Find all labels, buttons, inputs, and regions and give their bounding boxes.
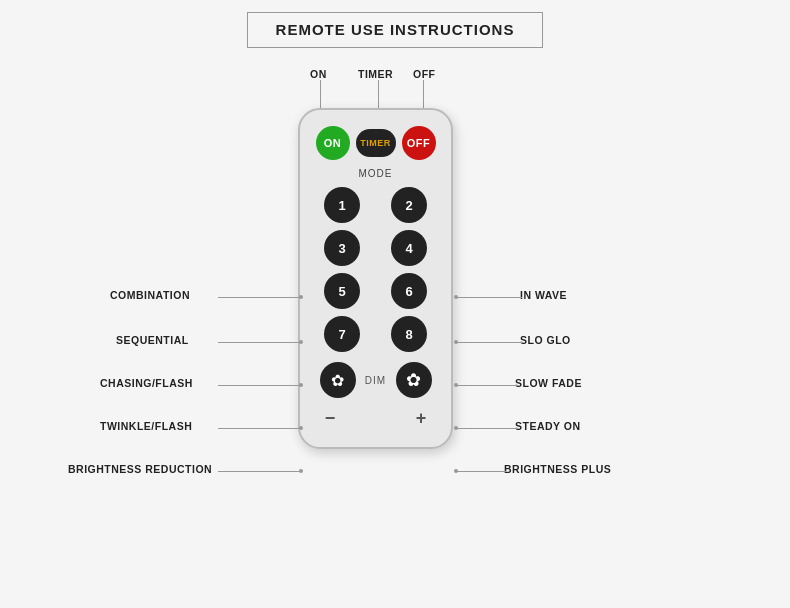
- top-label-off: OFF: [413, 68, 436, 80]
- title-section: REMOTE USE INSTRUCTIONS: [247, 12, 544, 48]
- dot-brightness-plus: [454, 469, 458, 473]
- dot-slow-fade: [454, 383, 458, 387]
- dot-brightness-reduction: [299, 469, 303, 473]
- minus-button[interactable]: −: [325, 408, 336, 429]
- timer-button[interactable]: TIMER: [356, 129, 396, 157]
- label-slo-glo: SLO GLO: [520, 334, 571, 346]
- num-2-button[interactable]: 2: [391, 187, 427, 223]
- label-combination: COMBINATION: [110, 289, 190, 301]
- line-slo-glo-h: [456, 342, 522, 343]
- dot-slo-glo: [454, 340, 458, 344]
- main-area: ON TIMER OFF ON TIMER OFF MODE 1 2 3 4 5…: [0, 48, 790, 608]
- top-buttons-row: ON TIMER OFF: [316, 126, 436, 160]
- brightness-minus-button[interactable]: ✿: [320, 362, 356, 398]
- num-8-button[interactable]: 8: [391, 316, 427, 352]
- num-3-button[interactable]: 3: [324, 230, 360, 266]
- label-brightness-plus: BRIGHTNESS PLUS: [504, 463, 611, 475]
- top-label-on: ON: [310, 68, 327, 80]
- line-chasing-h: [218, 385, 302, 386]
- dot-combination: [299, 295, 303, 299]
- label-brightness-reduction: BRIGHTNESS REDUCTION: [68, 463, 212, 475]
- line-slow-fade-h: [456, 385, 517, 386]
- label-sequential: SEQUENTIAL: [116, 334, 189, 346]
- num-6-button[interactable]: 6: [391, 273, 427, 309]
- dot-twinkle: [299, 426, 303, 430]
- num-4-button[interactable]: 4: [391, 230, 427, 266]
- on-button[interactable]: ON: [316, 126, 350, 160]
- label-steady-on: STEADY ON: [515, 420, 581, 432]
- page-title: REMOTE USE INSTRUCTIONS: [276, 21, 515, 38]
- line-brightness-plus-h: [456, 471, 506, 472]
- dot-sequential: [299, 340, 303, 344]
- line-combination-h: [218, 297, 302, 298]
- mode-label: MODE: [359, 168, 393, 179]
- line-sequential-h: [218, 342, 302, 343]
- top-label-timer: TIMER: [358, 68, 393, 80]
- pm-row: − +: [325, 408, 427, 429]
- off-button[interactable]: OFF: [402, 126, 436, 160]
- label-slow-fade: SLOW FADE: [515, 377, 582, 389]
- dim-label: DIM: [362, 375, 390, 386]
- label-chasing: CHASING/FLASH: [100, 377, 193, 389]
- remote-control: ON TIMER OFF MODE 1 2 3 4 5 6 7 8 ✿ DIM …: [298, 108, 453, 449]
- number-grid: 1 2 3 4 5 6 7 8: [312, 187, 439, 352]
- dot-in-wave: [454, 295, 458, 299]
- brightness-plus-button[interactable]: ✿: [396, 362, 432, 398]
- num-1-button[interactable]: 1: [324, 187, 360, 223]
- plus-button[interactable]: +: [416, 408, 427, 429]
- label-in-wave: IN WAVE: [520, 289, 567, 301]
- sun-bright-icon: ✿: [406, 369, 421, 391]
- num-7-button[interactable]: 7: [324, 316, 360, 352]
- line-steady-on-h: [456, 428, 517, 429]
- line-in-wave-h: [456, 297, 522, 298]
- num-5-button[interactable]: 5: [324, 273, 360, 309]
- dot-steady-on: [454, 426, 458, 430]
- dim-row: ✿ DIM ✿: [320, 362, 432, 398]
- line-twinkle-h: [218, 428, 302, 429]
- sun-dim-icon: ✿: [331, 371, 344, 390]
- line-brightness-reduction-h: [218, 471, 302, 472]
- label-twinkle: TWINKLE/FLASH: [100, 420, 192, 432]
- dot-chasing: [299, 383, 303, 387]
